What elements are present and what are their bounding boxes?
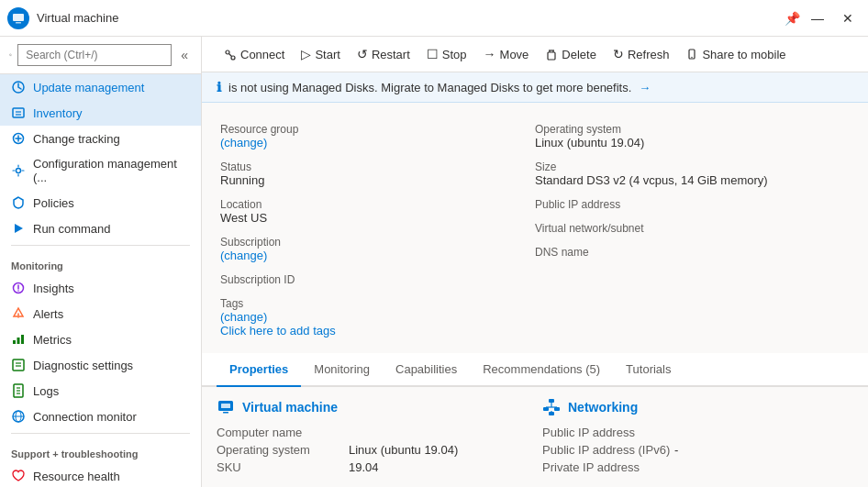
prop-public-ip: Public IP address xyxy=(535,193,850,216)
net-public-ip-label: Public IP address xyxy=(542,426,671,439)
svg-rect-17 xyxy=(17,338,20,344)
prop-subscription-label: Subscription xyxy=(220,236,535,249)
info-icon: ℹ xyxy=(217,80,221,94)
close-button[interactable]: ✕ xyxy=(835,7,861,29)
sidebar-item-alerts[interactable]: Alerts xyxy=(0,301,201,327)
vm-os-row: Operating system Linux (ubuntu 19.04) xyxy=(217,441,528,459)
sidebar-item-configuration-management[interactable]: Configuration management (... xyxy=(0,151,201,190)
connection-monitor-icon xyxy=(11,409,26,424)
svg-point-32 xyxy=(231,56,235,60)
vm-computer-name-label: Computer name xyxy=(217,426,345,439)
prop-dns-label: DNS name xyxy=(535,246,850,259)
share-to-mobile-button[interactable]: Share to mobile xyxy=(678,42,793,66)
connect-button[interactable]: Connect xyxy=(217,42,292,66)
prop-tags-label: Tags xyxy=(220,297,535,310)
resource-group-change-link[interactable]: (change) xyxy=(220,136,267,149)
sidebar-item-connection-monitor[interactable]: Connection monitor xyxy=(0,404,201,429)
cards-area: Virtual machine Computer name Operating … xyxy=(202,387,868,487)
tags-add-link[interactable]: Click here to add tags xyxy=(220,324,336,338)
delete-button[interactable]: Delete xyxy=(538,42,604,66)
config-mgmt-icon xyxy=(11,163,26,178)
detail-area: Resource group (change) Status Running L… xyxy=(202,103,868,353)
refresh-icon: ↻ xyxy=(613,47,624,61)
sidebar: « Update management Inventory Change t xyxy=(0,37,202,487)
refresh-button[interactable]: ↻ Refresh xyxy=(606,42,677,66)
search-input[interactable] xyxy=(17,44,172,66)
change-tracking-icon xyxy=(11,131,26,146)
svg-point-13 xyxy=(17,290,19,292)
tab-properties[interactable]: Properties xyxy=(217,353,301,387)
vm-card-icon xyxy=(217,398,235,416)
update-management-icon xyxy=(11,80,26,94)
net-public-ipv6-label: Public IP address (IPv6) xyxy=(542,443,671,457)
search-bar: « xyxy=(0,37,201,74)
sidebar-section-support: Resource health Boot diagnostics xyxy=(0,463,201,487)
sidebar-item-diagnostic-settings[interactable]: Diagnostic settings xyxy=(0,352,201,378)
prop-size-label: Size xyxy=(535,160,850,173)
svg-rect-45 xyxy=(554,407,560,411)
info-link[interactable]: → xyxy=(639,81,651,94)
tab-tutorials[interactable]: Tutorials xyxy=(613,353,684,387)
sidebar-item-update-management[interactable]: Update management xyxy=(0,74,201,100)
tab-recommendations[interactable]: Recommendations (5) xyxy=(470,353,613,387)
move-button[interactable]: → Move xyxy=(476,42,537,66)
delete-icon xyxy=(545,47,558,61)
sidebar-section-monitoring: Insights Alerts Metrics Diagnostic setti… xyxy=(0,275,201,429)
vm-icon xyxy=(7,7,29,29)
start-label: Start xyxy=(315,48,339,61)
prop-status-label: Status xyxy=(220,160,535,173)
subscription-change-link[interactable]: (change) xyxy=(220,249,267,262)
restart-button[interactable]: ↺ Restart xyxy=(350,42,417,66)
prop-resource-group: Resource group (change) xyxy=(220,117,535,155)
sidebar-item-resource-health[interactable]: Resource health xyxy=(0,463,201,487)
minimize-button[interactable]: — xyxy=(804,7,831,29)
prop-size: Size Standard DS3 v2 (4 vcpus, 14 GiB me… xyxy=(535,155,850,193)
sidebar-label-logs: Logs xyxy=(33,384,59,398)
logs-icon xyxy=(11,383,26,398)
prop-subscription: Subscription (change) xyxy=(220,230,535,268)
connect-icon xyxy=(224,47,237,61)
prop-os: Operating system Linux (ubuntu 19.04) xyxy=(535,117,850,155)
tags-change-link[interactable]: (change) xyxy=(220,310,267,324)
net-public-ip-value xyxy=(674,426,853,439)
tab-capabilities[interactable]: Capabilities xyxy=(383,353,470,387)
networking-card: Networking Public IP address Public IP a… xyxy=(542,398,853,476)
prop-tags: Tags (change) Click here to add tags xyxy=(220,292,535,343)
toolbar: Connect ▷ Start ↺ Restart ☐ Stop → Move xyxy=(202,37,868,72)
sidebar-item-logs[interactable]: Logs xyxy=(0,378,201,404)
prop-dns: DNS name xyxy=(535,240,850,264)
sidebar-collapse-button[interactable]: « xyxy=(177,46,192,64)
sidebar-item-policies[interactable]: Policies xyxy=(0,190,201,216)
delete-label: Delete xyxy=(562,48,596,61)
sidebar-item-inventory[interactable]: Inventory xyxy=(0,100,201,126)
prop-resource-group-value: (change) xyxy=(220,136,535,149)
sidebar-item-metrics[interactable]: Metrics xyxy=(0,327,201,352)
sidebar-label-alerts: Alerts xyxy=(33,307,63,321)
svg-rect-43 xyxy=(549,399,554,403)
sidebar-item-change-tracking[interactable]: Change tracking xyxy=(0,126,201,151)
main-layout: « Update management Inventory Change t xyxy=(0,37,868,487)
vm-computer-name-value xyxy=(349,426,528,439)
svg-marker-10 xyxy=(15,224,23,233)
stop-label: Stop xyxy=(442,48,467,61)
sidebar-item-run-command[interactable]: Run command xyxy=(0,216,201,241)
prop-vnet-label: Virtual network/subnet xyxy=(535,222,850,235)
stop-icon: ☐ xyxy=(427,47,439,61)
title-left: Virtual machine xyxy=(7,7,118,29)
svg-rect-46 xyxy=(549,412,554,415)
metrics-icon xyxy=(11,332,26,347)
svg-rect-42 xyxy=(223,412,228,414)
stop-button[interactable]: ☐ Stop xyxy=(419,42,474,66)
sidebar-label-connection-monitor: Connection monitor xyxy=(33,410,137,424)
svg-point-31 xyxy=(226,50,229,54)
alerts-icon xyxy=(11,306,26,321)
sidebar-item-insights[interactable]: Insights xyxy=(0,275,201,301)
prop-location-label: Location xyxy=(220,198,535,211)
sidebar-label-change-tracking: Change tracking xyxy=(33,132,120,146)
tab-monitoring[interactable]: Monitoring xyxy=(301,353,383,387)
start-button[interactable]: ▷ Start xyxy=(294,42,347,66)
svg-rect-1 xyxy=(16,22,21,24)
net-private-ip-row: Private IP address xyxy=(542,459,853,476)
monitoring-section-label: Monitoring xyxy=(0,249,201,275)
sidebar-label-insights: Insights xyxy=(33,282,74,295)
